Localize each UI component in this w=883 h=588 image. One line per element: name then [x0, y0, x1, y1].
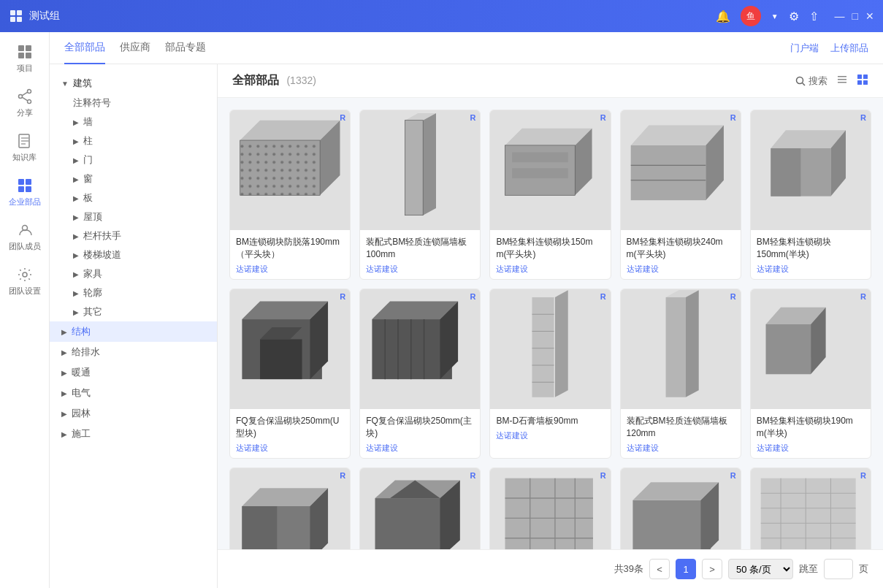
svg-rect-102	[760, 478, 855, 549]
part-info-8: BM-D石膏墙板90mm 达诺建设	[490, 409, 610, 446]
maximize-button[interactable]: □	[852, 10, 858, 22]
part-info-3: BM轻集料连锁砌块150m m(平头块) 达诺建设	[490, 230, 610, 279]
tree-child-slab[interactable]: ▶ 板	[61, 188, 217, 207]
sidebar-item-parts[interactable]: 企业部品	[3, 172, 47, 213]
part-badge-3: R	[600, 113, 606, 122]
part-name-2: 装配式BM轻质连锁隔墙板100mm	[366, 236, 474, 261]
tab-all-parts[interactable]: 全部部品	[64, 32, 105, 64]
part-supplier-5: 达诺建设	[757, 264, 865, 275]
knowledge-icon	[17, 133, 33, 149]
page-size-select[interactable]: 50 条/页 20 条/页 100 条/页	[728, 559, 793, 579]
portal-button[interactable]: 门户端	[790, 42, 819, 55]
notification-icon[interactable]: 🔔	[716, 9, 730, 23]
tree-item-plumbing[interactable]: ▶ 给排水	[50, 342, 217, 362]
svg-rect-4	[18, 45, 24, 51]
tab-supplier[interactable]: 供应商	[120, 32, 150, 64]
part-card-8[interactable]: R BM-D石膏墙板90mm 达诺建设	[489, 289, 611, 459]
tree-header-architecture[interactable]: ▼ 建筑	[50, 73, 217, 93]
tree-item-structure[interactable]: ▶ 结构	[50, 321, 217, 342]
svg-rect-38	[405, 121, 424, 215]
next-page-button[interactable]: >	[702, 559, 722, 579]
part-info-5: BM轻集料连锁砌块150mm(半块) 达诺建设	[751, 230, 871, 279]
part-name-6: FQ复合保温砌块250mm(U型块)	[236, 415, 344, 440]
part-card-13[interactable]: R BM-D石膏墙板120mm 达诺建设	[489, 467, 611, 549]
list-view-button[interactable]	[836, 74, 848, 88]
parts-icon	[17, 177, 33, 194]
part-card-11[interactable]: R BM连锁砌块190mm(角块) 达诺建设	[229, 467, 351, 549]
settings-icon[interactable]: ⚙	[789, 9, 799, 23]
sidebar-item-knowledge[interactable]: 知识库	[3, 127, 47, 169]
sidebar-label-knowledge: 知识库	[12, 152, 37, 163]
svg-rect-5	[26, 45, 31, 51]
page-jump-input[interactable]	[824, 559, 853, 579]
part-card-5[interactable]: R BM轻集料连锁砌块150mm(半块) 达诺建设	[750, 110, 871, 280]
close-button[interactable]: ✕	[865, 10, 874, 22]
prev-page-button[interactable]: <	[649, 559, 670, 579]
part-card-15[interactable]: R 装配式墙板200mm 达诺建设	[750, 467, 871, 549]
part-card-4[interactable]: R BM轻集料连锁砌块240m m(平头块) 达诺建设	[620, 110, 741, 280]
minimize-button[interactable]: —	[835, 10, 845, 22]
sidebar-item-settings[interactable]: 团队设置	[3, 261, 47, 302]
tree-label-hvac: 暖通	[72, 366, 91, 379]
svg-rect-1	[17, 10, 22, 15]
app-logo	[9, 9, 23, 23]
svg-rect-60	[260, 339, 302, 379]
tree-item-construction[interactable]: ▶ 施工	[50, 424, 217, 444]
tab-bar-left: 全部部品 供应商 部品专题	[64, 32, 206, 64]
sidebar-item-team[interactable]: 团队成员	[3, 216, 47, 258]
sidebar-item-share[interactable]: 分享	[3, 83, 47, 124]
tree-child-window[interactable]: ▶ 窗	[61, 169, 217, 188]
part-card-7[interactable]: R FQ复合保温砌块250mm(主块) 达诺建设	[359, 289, 481, 459]
part-image-5: R	[751, 110, 871, 230]
part-card-1[interactable]: R BM连锁砌块防脱落190mm（平头块） 达诺建设	[229, 110, 351, 280]
search-button[interactable]: 搜索	[795, 75, 827, 88]
part-info-10: BM轻集料连锁砌块190m m(半块) 达诺建设	[751, 409, 871, 458]
svg-rect-2	[10, 17, 15, 22]
upload-button[interactable]: 上传部品	[830, 42, 868, 55]
tree-child-other[interactable]: ▶ 其它	[61, 302, 217, 321]
tree-child-furniture[interactable]: ▶ 家具	[61, 264, 217, 283]
tree-child-roof[interactable]: ▶ 屋顶	[61, 207, 217, 226]
tree-child-stair[interactable]: ▶ 楼梯坡道	[61, 245, 217, 264]
tree-arrow-window: ▶	[73, 175, 79, 183]
tree-child-door[interactable]: ▶ 门	[61, 150, 217, 169]
svg-rect-7	[26, 53, 31, 58]
grid-scroll[interactable]: R BM连锁砌块防脱落190mm（平头块） 达诺建设	[218, 98, 883, 549]
part-card-3[interactable]: R BM轻集料连锁砌块150m m(平头块) 达诺建设	[489, 110, 611, 280]
tree-child-railing[interactable]: ▶ 栏杆扶手	[61, 226, 217, 245]
tab-special[interactable]: 部品专题	[165, 32, 206, 64]
page-1-button[interactable]: 1	[676, 559, 696, 579]
tree-child-wall[interactable]: ▶ 墙	[61, 112, 217, 131]
tree-child-annotation[interactable]: 注释符号	[61, 93, 217, 112]
tree-label-construction: 施工	[72, 427, 91, 440]
grid-view-button[interactable]	[857, 74, 868, 88]
sidebar-label-settings: 团队设置	[9, 286, 41, 297]
chevron-down-icon[interactable]: ▼	[771, 12, 779, 20]
part-card-6[interactable]: R FQ复合保温砌块250mm(U型块) 达诺建设	[229, 289, 351, 459]
part-supplier-4: 达诺建设	[627, 264, 735, 275]
tree-item-electrical[interactable]: ▶ 电气	[50, 383, 217, 403]
part-card-10[interactable]: R BM轻集料连锁砌块190m m(半块) 达诺建设	[750, 289, 871, 459]
svg-rect-20	[26, 186, 31, 192]
tree-child-profile[interactable]: ▶ 轮廓	[61, 283, 217, 302]
app-title: 测试组	[29, 9, 60, 23]
tree-arrow-landscape: ▶	[61, 410, 67, 418]
part-image-12: R	[360, 468, 480, 549]
tree-item-hvac[interactable]: ▶ 暖通	[50, 362, 217, 383]
user-avatar[interactable]: 鱼	[741, 6, 761, 26]
part-info-4: BM轻集料连锁砌块240m m(平头块) 达诺建设	[621, 230, 741, 279]
part-image-4: R	[621, 110, 741, 230]
part-card-12[interactable]: R FQ复合保温砌块300mm(主块) 达诺建设	[359, 467, 481, 549]
part-card-2[interactable]: R 装配式BM轻质连锁隔墙板100mm 达诺建设	[359, 110, 481, 280]
tree-item-landscape[interactable]: ▶ 园林	[50, 403, 217, 424]
sidebar-item-project[interactable]: 项目	[3, 38, 47, 80]
tree-child-column[interactable]: ▶ 柱	[61, 131, 217, 150]
svg-rect-37	[240, 140, 320, 195]
part-image-14: R	[621, 468, 741, 549]
share-icon[interactable]: ⇧	[809, 9, 819, 23]
svg-point-9	[18, 95, 22, 99]
part-card-9[interactable]: R 装配式BM轻质连锁隔墙板120mm 达诺建设	[620, 289, 741, 459]
parts-header: 全部部品 (1332) 搜索	[218, 64, 883, 98]
part-supplier-1: 达诺建设	[236, 264, 344, 275]
part-card-14[interactable]: R BM轻集料连锁砌块240mm(半块) 达诺建设	[620, 467, 741, 549]
